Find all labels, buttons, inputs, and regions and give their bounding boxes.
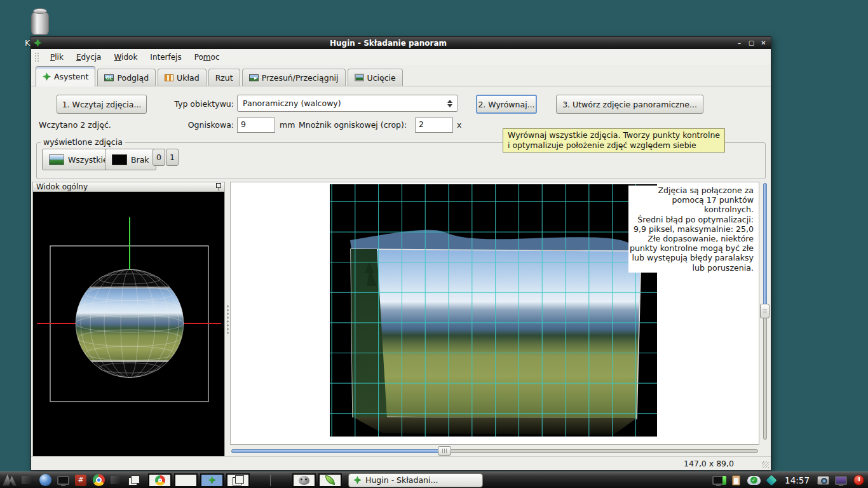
chrome-window-box[interactable] [148, 473, 172, 487]
window-panes-icon[interactable] [126, 473, 142, 488]
align-button[interactable]: 2. Wyrównaj... [476, 95, 537, 114]
clock[interactable]: 14:57 [782, 475, 813, 485]
focal-unit-label: mm [280, 120, 295, 130]
trash-label: K [25, 38, 31, 48]
assistant-tab-icon [43, 72, 51, 81]
leaf-window-box[interactable] [318, 473, 342, 487]
display-purple-icon[interactable] [833, 473, 848, 488]
menu-plik[interactable]: Plik [44, 50, 70, 64]
overview-panel-header[interactable]: Widok ogólny [33, 182, 224, 192]
hugin-task-button[interactable]: Hugin - Składani... [348, 473, 483, 487]
tab-uklad[interactable]: Układ [158, 69, 207, 86]
overview-sphere-view[interactable] [33, 192, 224, 457]
taskbar: Hugin - Składani... 14:57 [0, 471, 868, 488]
window-title: Hugin - Składanie panoram [42, 39, 735, 48]
panorama-preview-area[interactable]: Zdjęcia są połączone za pomocą 17 punktó… [230, 182, 759, 445]
overview-title: Widok ogólny [36, 182, 88, 191]
horizontal-fov-slider[interactable] [230, 445, 759, 456]
gimp-window-box[interactable] [292, 473, 316, 487]
titlebar[interactable]: Hugin - Składanie panoram – ▢ ✕ [31, 37, 771, 49]
focal-length-label: Ogniskowa: [146, 120, 234, 130]
desktop: K Hugin - Składanie panoram – ▢ ✕ Plik E… [0, 0, 868, 488]
tab-rzut[interactable]: Rzut [208, 69, 240, 86]
hslider-fill [231, 449, 445, 453]
clipboard-icon[interactable] [728, 473, 743, 488]
dropbox-icon[interactable] [764, 473, 779, 488]
tab-przesun[interactable]: Przesuń/Przeciągnij [242, 69, 346, 86]
displayed-images-label: wyświetlone zdjęcia [41, 137, 125, 147]
menubar: Plik Edycja Widok Interfejs Pomoc [31, 49, 771, 65]
statusbar: 147,0 x 89,0 [31, 456, 771, 470]
menu-interfejs[interactable]: Interfejs [144, 50, 187, 64]
launcher-icon[interactable] [2, 473, 17, 488]
focal-length-input[interactable]: 9 [237, 118, 275, 133]
dark-app-icon[interactable] [20, 473, 35, 488]
hugin-window: Hugin - Składanie panoram – ▢ ✕ Plik Edy… [31, 36, 771, 471]
align-tooltip: Wyrównaj wszystkie zdjęcia. Tworzy punkt… [503, 128, 725, 152]
resize-grip[interactable] [762, 461, 769, 468]
maximize-button[interactable]: ▢ [747, 38, 756, 48]
display-icon[interactable] [55, 473, 71, 488]
load-images-button[interactable]: 1. Wczytaj zdjęcia... [57, 95, 147, 114]
hugin-window-box[interactable] [200, 473, 224, 487]
menu-pomoc[interactable]: Pomoc [188, 50, 226, 64]
trash-icon[interactable] [30, 8, 50, 37]
move-drag-tab-icon [249, 74, 259, 81]
crop-unit-label: x [457, 120, 461, 130]
tabbar: Asystent GL Podgląd Układ Rzut Przesuń/P… [31, 65, 771, 86]
menu-widok[interactable]: Widok [107, 50, 144, 64]
vertical-fov-slider[interactable] [759, 182, 770, 456]
crop-factor-label: Mnożnik ogniskowej (crop): [299, 120, 407, 130]
cursor-position: 147,0 x 89,0 [684, 459, 734, 468]
preview-column: Zdjęcia są połączone za pomocą 17 punktó… [230, 182, 759, 456]
menubar-grip[interactable] [34, 52, 39, 62]
vslider-handle[interactable] [760, 304, 770, 318]
chrome-icon[interactable] [91, 473, 106, 488]
terminal-red-icon[interactable] [73, 473, 88, 488]
screenshot-camera-icon[interactable] [815, 473, 831, 488]
combo-spinner-icon [447, 100, 452, 107]
lens-type-label: Typ obiektywu: [146, 99, 234, 109]
optimizer-message: Zdjęcia są połączone za pomocą 17 punktó… [628, 186, 754, 273]
web-globe-icon[interactable] [37, 473, 53, 488]
overview-panel: Widok ogólny [32, 182, 225, 456]
lens-type-select[interactable]: Panoramiczny (walcowy) [237, 95, 458, 112]
display-green-icon[interactable] [710, 473, 726, 488]
minimize-button[interactable]: – [735, 38, 744, 48]
loaded-images-status: Wczytano 2 zdjęć. [39, 120, 111, 130]
dark-app2-icon[interactable] [109, 473, 124, 488]
hugin-app-icon [34, 39, 42, 47]
blank-window-box[interactable] [174, 473, 198, 487]
sphere-preview [33, 192, 224, 455]
close-button[interactable]: ✕ [759, 38, 768, 48]
preview-gl-tab-icon: GL [104, 74, 114, 81]
vslider-fill [763, 183, 767, 306]
trash-can-lid [33, 8, 47, 14]
tab-uciecie[interactable]: Ucięcie [348, 69, 403, 86]
power-icon[interactable] [851, 473, 866, 488]
taskbar-separator [270, 475, 271, 486]
no-images-icon [112, 154, 127, 165]
content-row: Widok ogólny [31, 180, 771, 456]
show-all-images-button[interactable]: Wszystkie [42, 149, 115, 170]
panorama-canvas [330, 184, 657, 437]
show-no-images-button[interactable]: Brak [105, 149, 156, 170]
crop-factor-input[interactable]: 2 [415, 118, 453, 133]
trash-can-body [31, 12, 49, 35]
menu-edycja[interactable]: Edycja [70, 50, 108, 64]
create-panorama-button[interactable]: 3. Utwórz zdjęcie panoramiczne... [556, 95, 703, 114]
image-0-toggle[interactable]: 0 [153, 149, 165, 166]
crop-tab-icon [355, 74, 364, 81]
panel-splitter[interactable] [225, 180, 230, 456]
pin-icon[interactable] [216, 183, 221, 191]
all-images-icon [49, 154, 64, 165]
cloud-sync-icon[interactable] [746, 473, 761, 488]
tab-asystent[interactable]: Asystent [36, 66, 95, 86]
tab-podglad[interactable]: GL Podgląd [97, 69, 156, 86]
hugin-task-icon [353, 476, 362, 484]
hslider-handle[interactable] [438, 446, 451, 456]
image-1-toggle[interactable]: 1 [166, 149, 179, 166]
layout-tab-icon [165, 74, 173, 81]
panes-window-box[interactable] [226, 473, 250, 487]
